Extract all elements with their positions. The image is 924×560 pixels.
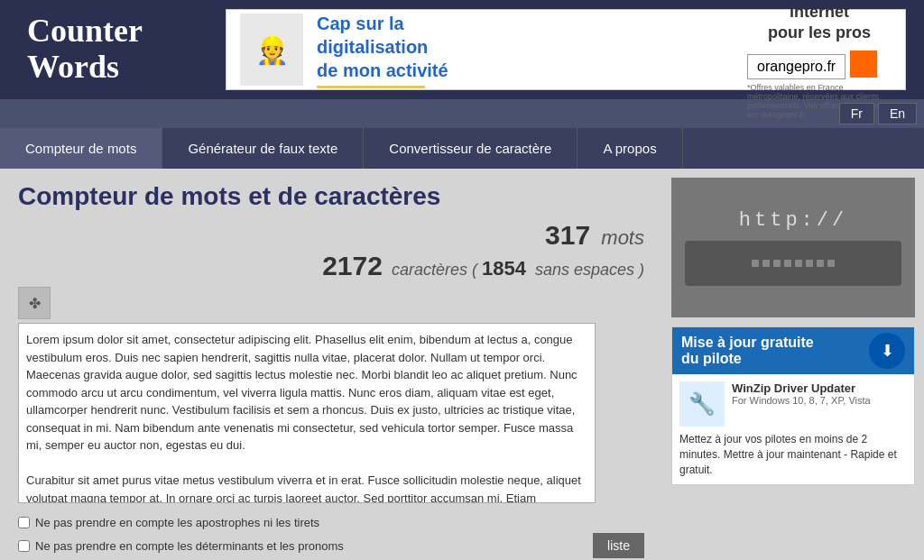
ad-underline: [317, 86, 425, 88]
nav-item-generateur[interactable]: Générateur de faux texte: [162, 128, 364, 169]
ad-banner: 👷 Cap sur ladigitalisationde mon activit…: [226, 9, 906, 90]
main: Compteur de mots et de caractères 317 mo…: [0, 169, 924, 560]
char-nospace-label: sans espaces ): [535, 261, 644, 279]
ad2-logo: 🔧: [679, 381, 725, 427]
ad2-content: 🔧 WinZip Driver Updater For Windows 10, …: [679, 381, 907, 427]
logo-line1: Counter: [27, 13, 143, 49]
typewriter-image: http://: [671, 178, 915, 317]
liste-button[interactable]: liste: [593, 533, 644, 558]
word-count-label: mots: [601, 226, 644, 249]
ad-brand-label: orangepro.fr: [747, 54, 845, 79]
file-icon-row: ✤: [18, 287, 644, 319]
nav-item-compteur[interactable]: Compteur de mots: [0, 128, 162, 169]
checkbox-determinants[interactable]: [18, 540, 30, 552]
option-row-2: Ne pas prendre en compte les déterminant…: [18, 533, 644, 558]
main-textarea[interactable]: Lorem ipsum dolor sit amet, consectetur …: [18, 323, 596, 503]
ad-left: 👷 Cap sur ladigitalisationde mon activit…: [240, 12, 448, 88]
stats-area: 317 mots 2172 caractères ( 1854 sans esp…: [18, 220, 644, 281]
char-count-label: caractères (: [392, 261, 477, 279]
ad-brand-box: orangepro.fr: [747, 49, 892, 79]
ad2-header: Mise à jour gratuitedu pilote ⬇: [672, 327, 914, 374]
ad2-product-name: WinZip Driver Updater: [732, 381, 871, 395]
options-area: Ne pas prendre en compte les apostrophes…: [18, 516, 644, 558]
nav-item-convertisseur[interactable]: Convertisseur de caractère: [364, 128, 578, 169]
header: Counter Words 👷 Cap sur ladigitalisation…: [0, 0, 924, 99]
char-count-display: 2172 caractères ( 1854 sans espaces ): [18, 251, 644, 281]
ad-center-text: Cap sur ladigitalisationde mon activité: [317, 12, 448, 82]
ad-right: Les offresinternetpour les pros orangepr…: [747, 0, 892, 119]
lang-fr-button[interactable]: Fr: [839, 103, 874, 124]
ad2-product-sub: For Windows 10, 8, 7, XP, Vista: [732, 395, 871, 406]
nav: Compteur de mots Générateur de faux text…: [0, 128, 924, 169]
logo-area: Counter Words: [9, 14, 217, 85]
lang-en-button[interactable]: En: [878, 103, 917, 124]
typewriter-inner: http://: [673, 179, 913, 316]
word-count-display: 317 mots: [18, 220, 644, 251]
ad2-area: Mise à jour gratuitedu pilote ⬇ 🔧 WinZip…: [671, 326, 915, 485]
ad-figure-icon: 👷: [240, 14, 303, 86]
checkbox-apostrophes[interactable]: [18, 517, 30, 528]
word-count-number: 317: [545, 220, 590, 250]
page-title: Compteur de mots et de caractères: [18, 182, 644, 211]
ad-orange-icon: [850, 50, 877, 78]
ad-right-main: Les offresinternetpour les pros: [747, 0, 892, 44]
option-row-1: Ne pas prendre en compte les apostrophes…: [18, 516, 644, 529]
content-area: Compteur de mots et de caractères 317 mo…: [0, 169, 662, 560]
char-count-number: 2172: [322, 251, 383, 280]
typewriter-text: http://: [685, 209, 901, 232]
ad2-download-icon: ⬇: [869, 333, 905, 369]
ad-center: Cap sur ladigitalisationde mon activité: [317, 12, 448, 88]
option-label-2: Ne pas prendre en compte les déterminant…: [35, 539, 344, 553]
ad2-description: Mettez à jour vos pilotes en moins de 2 …: [679, 432, 907, 477]
char-nospace-number: 1854: [482, 257, 526, 280]
file-icon: ✤: [18, 287, 51, 319]
logo-line2: Words: [27, 49, 119, 85]
option-label-1: Ne pas prendre en compte les apostrophes…: [35, 516, 319, 529]
sidebar: http://: [662, 169, 924, 560]
ad2-title: Mise à jour gratuitedu pilote: [681, 335, 814, 367]
ad2-info: WinZip Driver Updater For Windows 10, 8,…: [732, 381, 871, 406]
nav-item-apropos[interactable]: A propos: [578, 128, 682, 169]
logo[interactable]: Counter Words: [9, 14, 217, 85]
